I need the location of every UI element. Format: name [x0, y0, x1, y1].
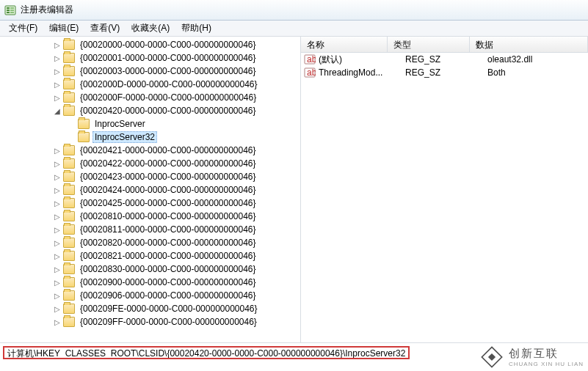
svg-rect-5: [10, 10, 14, 11]
menu-file[interactable]: 文件(F): [3, 21, 43, 36]
expand-icon[interactable]: ▷: [53, 67, 62, 76]
titlebar: 注册表编辑器: [0, 0, 588, 21]
watermark: 创新互联 CHUANG XIN HU LIAN: [479, 345, 584, 370]
tree-item-label[interactable]: {00020425-0000-0000-C000-000000000046}: [78, 197, 258, 209]
tree-item[interactable]: ▷{00020422-0000-0000-C000-000000000046}: [0, 157, 301, 170]
expand-icon[interactable]: ▷: [53, 186, 62, 194]
string-value-icon: ab: [304, 67, 316, 78]
tree-item[interactable]: ▷{00020830-0000-0000-C000-000000000046}: [0, 262, 301, 276]
tree-item-label[interactable]: {00020820-0000-0000-C000-000000000046}: [78, 237, 258, 249]
window-title: 注册表编辑器: [21, 4, 73, 16]
expand-icon[interactable]: ▷: [53, 146, 62, 155]
folder-icon: [63, 53, 75, 63]
tree-item[interactable]: ▷{00020001-0000-0000-C000-000000000046}: [0, 51, 301, 65]
tree-item-label[interactable]: InprocServer: [92, 118, 148, 130]
expand-icon[interactable]: ▷: [53, 54, 62, 62]
tree-item-label[interactable]: InprocServer32: [92, 131, 157, 143]
tree-item[interactable]: ▷{00020821-0000-0000-C000-000000000046}: [0, 249, 301, 262]
folder-icon: [63, 92, 75, 103]
expand-icon[interactable]: ▷: [53, 291, 62, 300]
tree-panel[interactable]: ▷{00020000-0000-0000-C000-000000000046}▷…: [0, 37, 301, 342]
value-name: (默认): [319, 54, 399, 66]
values-header: 名称 类型 数据: [301, 37, 588, 53]
tree-item-label[interactable]: {00020811-0000-0000-C000-000000000046}: [78, 224, 258, 235]
tree-item[interactable]: ▷{00020421-0000-0000-C000-000000000046}: [0, 144, 301, 157]
tree-item[interactable]: ▷{00020423-0000-0000-C000-000000000046}: [0, 170, 301, 183]
expand-icon[interactable]: ▷: [53, 93, 62, 102]
tree-item[interactable]: ▷{00020003-0000-0000-C000-000000000046}: [0, 65, 301, 78]
expand-icon[interactable]: ▷: [53, 199, 62, 207]
tree-item[interactable]: ◢{00020420-0000-0000-C000-000000000046}: [0, 104, 301, 117]
values-list[interactable]: ab(默认)REG_SZoleaut32.dllabThreadingMod..…: [301, 53, 588, 342]
menu-favorites[interactable]: 收藏夹(A): [126, 21, 175, 36]
tree-item-label[interactable]: {0002000D-0000-0000-C000-000000000046}: [78, 78, 260, 90]
collapse-icon[interactable]: ◢: [53, 106, 62, 115]
svg-text:ab: ab: [307, 54, 316, 65]
svg-rect-1: [7, 7, 10, 9]
tree-item[interactable]: ▷{00020000-0000-0000-C000-000000000046}: [0, 38, 301, 51]
svg-rect-3: [7, 12, 10, 13]
tree-item-label[interactable]: {00020422-0000-0000-C000-000000000046}: [78, 158, 258, 169]
tree-item-label[interactable]: {00020420-0000-0000-C000-000000000046}: [78, 105, 258, 117]
expand-icon[interactable]: ▷: [53, 225, 62, 234]
menu-edit[interactable]: 编辑(E): [43, 21, 84, 36]
menu-help[interactable]: 帮助(H): [175, 21, 217, 36]
expand-icon[interactable]: ▷: [53, 304, 62, 313]
menu-view[interactable]: 查看(V): [84, 21, 126, 36]
folder-icon: [78, 119, 90, 129]
tree-item[interactable]: ▷{00020811-0000-0000-C000-000000000046}: [0, 223, 301, 236]
value-name: ThreadingMod...: [319, 67, 399, 78]
folder-icon: [63, 224, 75, 235]
tree-item-label[interactable]: {00020900-0000-0000-C000-000000000046}: [78, 276, 258, 288]
folder-icon: [63, 106, 75, 116]
tree-item-label[interactable]: {00020424-0000-0000-C000-000000000046}: [78, 184, 258, 196]
tree-item-label[interactable]: {00020810-0000-0000-C000-000000000046}: [78, 210, 258, 222]
tree-item[interactable]: ▷{0002000F-0000-0000-C000-000000000046}: [0, 91, 301, 104]
folder-icon: [63, 211, 75, 221]
expand-icon[interactable]: ▷: [53, 238, 62, 247]
status-path: 计算机\HKEY_CLASSES_ROOT\CLSID\{00020420-00…: [3, 346, 410, 359]
tree-item[interactable]: ▷{000209FE-0000-0000-C000-000000000046}: [0, 302, 301, 315]
tree-item[interactable]: ▷{0002000D-0000-0000-C000-000000000046}: [0, 78, 301, 91]
tree-item[interactable]: InprocServer32: [0, 131, 301, 144]
tree-item-label[interactable]: {00020003-0000-0000-C000-000000000046}: [78, 65, 258, 77]
tree-item-label[interactable]: {000209FF-0000-0000-C000-000000000046}: [78, 316, 259, 328]
value-type: REG_SZ: [399, 54, 482, 65]
expand-icon[interactable]: ▷: [53, 159, 62, 168]
col-header-type[interactable]: 类型: [388, 37, 470, 52]
expand-icon[interactable]: ▷: [53, 40, 62, 49]
tree-item[interactable]: ▷{00020820-0000-0000-C000-000000000046}: [0, 236, 301, 249]
value-type: REG_SZ: [399, 67, 482, 78]
expand-icon[interactable]: ▷: [53, 317, 62, 326]
col-header-data[interactable]: 数据: [470, 37, 588, 52]
value-data: Both: [482, 67, 588, 78]
tree-item[interactable]: ▷{00020906-0000-0000-C000-000000000046}: [0, 289, 301, 302]
expand-icon[interactable]: ▷: [53, 212, 62, 221]
expand-icon[interactable]: ▷: [53, 172, 62, 181]
tree-item-label[interactable]: {00020821-0000-0000-C000-000000000046}: [78, 250, 258, 262]
value-row[interactable]: ab(默认)REG_SZoleaut32.dll: [301, 53, 588, 66]
expand-icon[interactable]: ▷: [53, 251, 62, 260]
regedit-icon: [4, 4, 16, 16]
tree-item[interactable]: ▷{00020900-0000-0000-C000-000000000046}: [0, 276, 301, 289]
tree-item-label[interactable]: {0002000F-0000-0000-C000-000000000046}: [78, 92, 258, 103]
tree-item-label[interactable]: {00020830-0000-0000-C000-000000000046}: [78, 263, 258, 275]
tree-item-label[interactable]: {000209FE-0000-0000-C000-000000000046}: [78, 303, 260, 315]
tree-item[interactable]: InprocServer: [0, 117, 301, 131]
value-row[interactable]: abThreadingMod...REG_SZBoth: [301, 66, 588, 79]
tree-item[interactable]: ▷{00020425-0000-0000-C000-000000000046}: [0, 196, 301, 210]
expand-icon[interactable]: ▷: [53, 265, 62, 273]
tree-item-label[interactable]: {00020421-0000-0000-C000-000000000046}: [78, 144, 258, 156]
tree-item[interactable]: ▷{00020424-0000-0000-C000-000000000046}: [0, 183, 301, 196]
values-panel: 名称 类型 数据 ab(默认)REG_SZoleaut32.dllabThrea…: [301, 37, 588, 342]
col-header-name[interactable]: 名称: [301, 37, 388, 52]
tree-item-label[interactable]: {00020906-0000-0000-C000-000000000046}: [78, 290, 258, 301]
svg-rect-2: [7, 10, 10, 11]
tree-item-label[interactable]: {00020000-0000-0000-C000-000000000046}: [78, 39, 258, 51]
expand-icon[interactable]: ▷: [53, 80, 62, 89]
tree-item-label[interactable]: {00020001-0000-0000-C000-000000000046}: [78, 52, 258, 64]
tree-item[interactable]: ▷{00020810-0000-0000-C000-000000000046}: [0, 210, 301, 223]
expand-icon[interactable]: ▷: [53, 278, 62, 287]
tree-item-label[interactable]: {00020423-0000-0000-C000-000000000046}: [78, 171, 258, 183]
tree-item[interactable]: ▷{000209FF-0000-0000-C000-000000000046}: [0, 315, 301, 328]
